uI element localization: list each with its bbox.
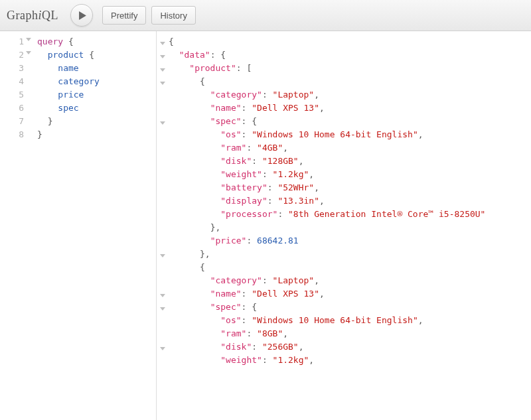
execute-button[interactable]	[70, 4, 93, 27]
app-logo: GraphiQL	[7, 9, 58, 23]
fold-icon[interactable]	[160, 294, 165, 297]
play-icon	[78, 11, 87, 20]
main-split: 1 2 3 4 5 6 7 8 query { product { name c…	[0, 31, 531, 420]
fold-icon[interactable]	[26, 51, 31, 54]
result-viewer[interactable]: { "data": { "product": [ { "category": "…	[157, 31, 531, 420]
field-name: name	[58, 63, 78, 73]
fold-icon[interactable]	[160, 121, 165, 125]
history-button[interactable]: History	[151, 6, 195, 25]
fold-icon[interactable]	[26, 38, 31, 41]
field-category: category	[58, 76, 100, 86]
result-code: { "data": { "product": [ { "category": "…	[169, 35, 485, 420]
line-number: 7	[0, 115, 24, 128]
line-number: 8	[0, 128, 24, 141]
line-number: 5	[0, 88, 24, 102]
toolbar: GraphiQL Prettify History	[0, 0, 531, 31]
fold-icon[interactable]	[160, 68, 165, 72]
line-number: 3	[0, 62, 24, 75]
fold-icon[interactable]	[160, 55, 165, 58]
fold-icon[interactable]	[160, 347, 165, 350]
editor-code[interactable]: query { product { name category price sp…	[27, 35, 100, 420]
line-number: 1	[0, 35, 24, 48]
query-editor[interactable]: 1 2 3 4 5 6 7 8 query { product { name c…	[0, 31, 157, 420]
line-number: 6	[0, 102, 24, 115]
field-spec: spec	[58, 103, 78, 113]
prettify-button[interactable]: Prettify	[102, 6, 146, 25]
fold-icon[interactable]	[160, 254, 165, 257]
keyword-query: query	[37, 36, 63, 46]
result-gutter	[157, 35, 169, 420]
field-price: price	[58, 90, 84, 100]
line-number: 4	[0, 75, 24, 88]
fold-icon[interactable]	[160, 42, 165, 45]
field-product: product	[48, 50, 84, 60]
fold-icon[interactable]	[160, 82, 165, 85]
editor-gutter: 1 2 3 4 5 6 7 8	[0, 35, 27, 420]
line-number: 2	[0, 48, 24, 62]
logo-text-1: Graph	[7, 9, 38, 22]
logo-text-2: QL	[42, 9, 58, 22]
fold-icon[interactable]	[160, 307, 165, 311]
